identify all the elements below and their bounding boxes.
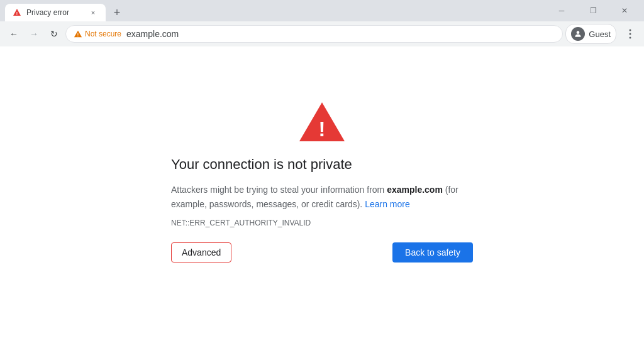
window-controls: ─ ❐ ✕ <box>547 2 639 19</box>
address-bar[interactable]: ! Not secure example.com <box>65 25 563 43</box>
error-description: Attackers might be trying to steal your … <box>171 183 473 211</box>
button-row: Advanced Back to safety <box>171 242 473 263</box>
svg-text:!: ! <box>77 33 79 37</box>
svg-point-6 <box>630 33 631 35</box>
page-content: ! Your connection is not private Attacke… <box>0 46 644 341</box>
avatar <box>571 27 585 41</box>
forward-button: → <box>25 25 43 43</box>
security-indicator[interactable]: ! Not secure <box>74 30 121 38</box>
maximize-button[interactable]: ❐ <box>579 2 608 19</box>
error-container: ! Your connection is not private Attacke… <box>171 100 473 263</box>
security-label: Not secure <box>85 30 121 38</box>
description-domain: example.com <box>387 185 443 195</box>
tab-title: Privacy error <box>26 8 83 17</box>
nav-bar: ← → ↻ ! Not secure example.com Guest <box>0 21 644 46</box>
svg-text:!: ! <box>318 117 325 141</box>
advanced-button[interactable]: Advanced <box>171 242 231 263</box>
tab-bar: ! Privacy error × + <box>5 0 547 21</box>
error-code: NET::ERR_CERT_AUTHORITY_INVALID <box>171 219 311 227</box>
back-button[interactable]: ← <box>5 25 23 43</box>
description-prefix: Attackers might be trying to steal your … <box>171 185 387 195</box>
tab-close-button[interactable]: × <box>88 8 98 18</box>
back-to-safety-button[interactable]: Back to safety <box>392 242 473 263</box>
svg-point-4 <box>577 31 580 34</box>
menu-button[interactable] <box>621 25 639 43</box>
title-bar: ! Privacy error × + ─ ❐ ✕ <box>0 0 644 21</box>
url-display: example.com <box>126 29 555 39</box>
error-icon: ! <box>297 100 347 146</box>
error-heading: Your connection is not private <box>171 156 352 173</box>
profile-button[interactable]: Guest <box>565 24 616 44</box>
minimize-button[interactable]: ─ <box>547 2 576 19</box>
learn-more-link[interactable]: Learn more <box>365 199 410 209</box>
svg-point-5 <box>630 30 631 31</box>
refresh-button[interactable]: ↻ <box>45 25 63 43</box>
tab-favicon: ! <box>13 8 21 17</box>
browser-window: ! Privacy error × + ─ ❐ ✕ ← → ↻ ! Not <box>0 0 644 341</box>
new-tab-button[interactable]: + <box>108 4 126 21</box>
active-tab[interactable]: ! Privacy error × <box>5 4 106 21</box>
svg-point-7 <box>630 37 631 39</box>
close-button[interactable]: ✕ <box>610 2 639 19</box>
profile-label: Guest <box>589 30 611 39</box>
svg-text:!: ! <box>16 11 18 16</box>
